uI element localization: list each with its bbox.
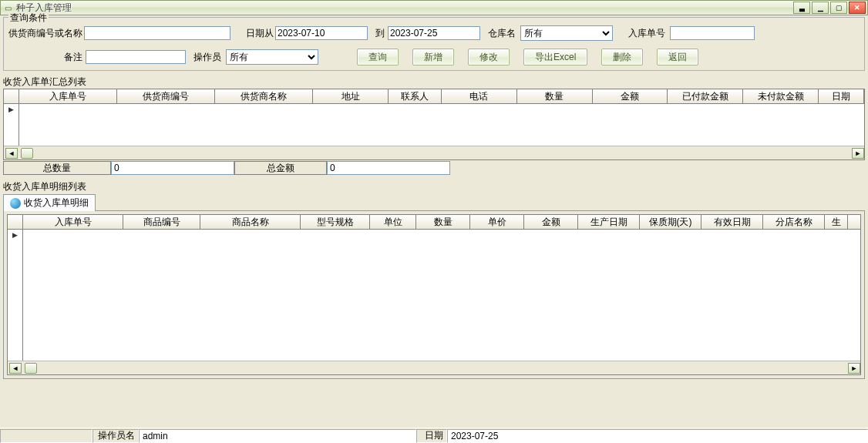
- total-qty-label: 总数量: [3, 161, 111, 175]
- minimize-button[interactable]: ▁: [812, 2, 829, 14]
- summary-col-header[interactable]: 电话: [442, 89, 517, 103]
- operator-select[interactable]: 所有: [226, 49, 318, 65]
- status-operator-value: admin: [139, 429, 416, 443]
- summary-col-header[interactable]: 供货商编号: [117, 89, 215, 103]
- detail-col-header[interactable]: 单位: [370, 215, 416, 229]
- detail-grid[interactable]: 入库单号商品编号商品名称型号规格单位数量单价金额生产日期保质期(天)有效日期分店…: [7, 214, 861, 375]
- row-selector-header: [4, 89, 19, 103]
- detail-col-header[interactable]: 分店名称: [763, 215, 825, 229]
- date-from-input[interactable]: [275, 26, 368, 40]
- supplier-input[interactable]: [84, 26, 230, 40]
- detail-col-header[interactable]: 保质期(天): [640, 215, 701, 229]
- detail-col-header[interactable]: 生产日期: [578, 215, 640, 229]
- detail-col-header[interactable]: 金额: [524, 215, 578, 229]
- delete-button[interactable]: 删除: [601, 49, 643, 65]
- detail-tab-label: 收货入库单明细: [24, 196, 89, 210]
- summary-col-header[interactable]: 联系人: [389, 89, 442, 103]
- scroll-thumb[interactable]: [25, 363, 37, 374]
- back-button[interactable]: 返回: [657, 49, 698, 65]
- inbound-no-label: 入库单号: [628, 27, 665, 40]
- scroll-left-icon[interactable]: ◄: [5, 148, 18, 159]
- date-from-label: 日期从: [246, 27, 274, 40]
- maximize-button[interactable]: ▢: [830, 2, 847, 14]
- summary-col-header[interactable]: 未付款金额: [743, 89, 819, 103]
- detail-col-header[interactable]: 有效日期: [701, 215, 763, 229]
- current-row-marker: [8, 230, 23, 361]
- add-button[interactable]: 新增: [412, 49, 454, 65]
- query-conditions-group: 查询条件 供货商编号或名称 日期从 到 仓库名 所有 入库单号 备注 操作员 所…: [3, 17, 865, 71]
- summary-section-title: 收货入库单汇总列表: [3, 76, 868, 89]
- row-selector-header: [8, 215, 23, 229]
- search-button[interactable]: 查询: [357, 49, 399, 65]
- summary-col-header[interactable]: 地址: [313, 89, 389, 103]
- date-to-input[interactable]: [388, 26, 480, 40]
- inbound-no-input[interactable]: [670, 26, 755, 40]
- detail-tab[interactable]: 收货入库单明细: [3, 194, 96, 211]
- detail-col-header[interactable]: 入库单号: [23, 215, 123, 229]
- close-button[interactable]: ✕: [849, 2, 866, 14]
- total-amt-label: 总金额: [234, 161, 327, 175]
- summary-col-header[interactable]: 入库单号: [19, 89, 117, 103]
- detail-col-header[interactable]: 生: [825, 215, 848, 229]
- total-amt-value: 0: [327, 161, 450, 175]
- warehouse-label: 仓库名: [488, 27, 516, 40]
- detail-col-header[interactable]: 数量: [416, 215, 470, 229]
- globe-icon: [10, 198, 21, 209]
- operator-label: 操作员: [193, 51, 221, 64]
- status-bar: 操作员名 admin 日期 2023-07-25: [0, 428, 868, 443]
- detail-section-title: 收货入库单明细列表: [3, 180, 868, 193]
- status-date-label: 日期: [416, 429, 447, 443]
- warehouse-select[interactable]: 所有: [520, 25, 613, 41]
- totals-row: 总数量 0 总金额 0: [3, 161, 865, 175]
- export-button[interactable]: 导出Excel: [523, 49, 587, 65]
- summary-grid[interactable]: 入库单号供货商编号供货商名称地址联系人电话数量金额已付款金额未付款金额日期 ◄ …: [3, 89, 865, 160]
- scroll-left-icon[interactable]: ◄: [9, 363, 22, 374]
- status-operator-label: 操作员名: [93, 429, 139, 443]
- summary-col-header[interactable]: 金额: [593, 89, 668, 103]
- current-row-marker: [4, 104, 19, 146]
- detail-col-header[interactable]: 单价: [470, 215, 524, 229]
- detail-hscrollbar[interactable]: ◄ ►: [8, 361, 860, 374]
- remark-input[interactable]: [86, 50, 186, 64]
- edit-button[interactable]: 修改: [468, 49, 510, 65]
- scroll-thumb[interactable]: [21, 148, 33, 159]
- scroll-right-icon[interactable]: ►: [848, 363, 860, 374]
- summary-col-header[interactable]: 日期: [819, 89, 864, 103]
- summary-col-header[interactable]: 供货商名称: [215, 89, 313, 103]
- scroll-right-icon[interactable]: ►: [852, 148, 864, 159]
- detail-panel: 入库单号商品编号商品名称型号规格单位数量单价金额生产日期保质期(天)有效日期分店…: [3, 210, 865, 379]
- query-legend: 查询条件: [8, 12, 49, 25]
- detail-col-header[interactable]: 商品编号: [123, 215, 200, 229]
- remark-label: 备注: [64, 51, 82, 64]
- restore-down-alt-button[interactable]: ▃: [793, 2, 810, 14]
- supplier-label: 供货商编号或名称: [8, 27, 82, 40]
- total-qty-value: 0: [111, 161, 234, 175]
- summary-hscrollbar[interactable]: ◄ ►: [4, 146, 864, 159]
- summary-col-header[interactable]: 数量: [517, 89, 593, 103]
- title-bar: ▭ 种子入库管理 ▃ ▁ ▢ ✕: [0, 0, 868, 15]
- detail-col-header[interactable]: 商品名称: [200, 215, 301, 229]
- status-date-value: 2023-07-25: [447, 429, 868, 443]
- date-to-label: 到: [375, 27, 385, 40]
- detail-col-header[interactable]: 型号规格: [301, 215, 370, 229]
- summary-col-header[interactable]: 已付款金额: [668, 89, 743, 103]
